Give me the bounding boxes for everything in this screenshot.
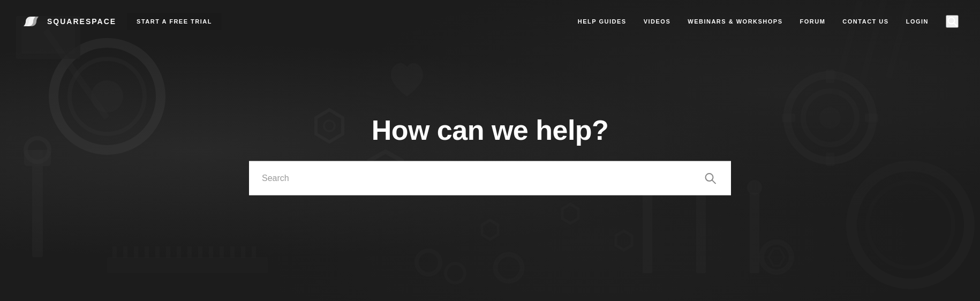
svg-point-54: [495, 254, 522, 281]
svg-marker-29: [616, 231, 632, 250]
svg-line-56: [954, 23, 957, 26]
svg-rect-41: [220, 246, 224, 258]
search-submit-button[interactable]: [700, 168, 720, 189]
svg-rect-17: [782, 114, 795, 122]
svg-rect-30: [107, 257, 268, 273]
svg-marker-28: [562, 204, 578, 223]
svg-rect-39: [198, 246, 202, 258]
hero-content: How can we help?: [249, 114, 731, 195]
nav-search-button[interactable]: [946, 15, 959, 28]
svg-line-58: [712, 180, 716, 184]
nav-link-videos[interactable]: VIDEOS: [644, 18, 671, 25]
nav-link-help-guides[interactable]: HELP GUIDES: [578, 18, 627, 25]
search-input[interactable]: [262, 174, 700, 183]
hero-title: How can we help?: [372, 114, 609, 146]
svg-rect-16: [826, 153, 834, 166]
svg-marker-27: [482, 220, 498, 239]
svg-rect-37: [177, 246, 181, 258]
navbar: SQUARESPACE START A FREE TRIAL HELP GUID…: [0, 0, 980, 43]
squarespace-logo-icon: [21, 12, 41, 31]
search-icon: [947, 16, 958, 27]
navbar-left: SQUARESPACE START A FREE TRIAL: [21, 12, 578, 31]
svg-rect-36: [166, 246, 170, 258]
svg-point-52: [417, 251, 440, 274]
svg-point-14: [819, 107, 841, 129]
navbar-right: HELP GUIDES VIDEOS WEBINARS & WORKSHOPS …: [578, 15, 959, 28]
svg-rect-40: [209, 246, 213, 258]
search-submit-icon: [704, 172, 716, 184]
svg-rect-44: [252, 246, 256, 258]
nav-link-contact[interactable]: CONTACT US: [842, 18, 888, 25]
svg-rect-34: [145, 246, 149, 258]
svg-marker-48: [768, 249, 785, 266]
svg-rect-38: [187, 246, 192, 258]
svg-rect-33: [134, 246, 138, 258]
svg-rect-35: [155, 246, 160, 258]
svg-rect-15: [826, 70, 834, 83]
brand-name: SQUARESPACE: [47, 17, 116, 26]
svg-rect-31: [112, 246, 117, 258]
svg-point-25: [747, 180, 762, 195]
hero-section: SQUARESPACE START A FREE TRIAL HELP GUID…: [0, 0, 980, 301]
nav-link-webinars[interactable]: WEBINARS & WORKSHOPS: [688, 18, 782, 25]
nav-link-forum[interactable]: FORUM: [800, 18, 826, 25]
svg-rect-18: [865, 114, 878, 122]
svg-point-47: [762, 242, 791, 272]
nav-link-login[interactable]: LOGIN: [906, 18, 929, 25]
svg-rect-43: [241, 246, 245, 258]
svg-rect-19: [643, 187, 652, 273]
logo-area: SQUARESPACE: [21, 12, 116, 31]
trial-button[interactable]: START A FREE TRIAL: [127, 13, 222, 30]
svg-rect-32: [123, 246, 127, 258]
svg-rect-24: [750, 193, 759, 273]
svg-rect-42: [230, 246, 235, 258]
svg-point-53: [446, 264, 465, 283]
search-bar: [249, 161, 731, 195]
svg-point-46: [868, 182, 953, 268]
